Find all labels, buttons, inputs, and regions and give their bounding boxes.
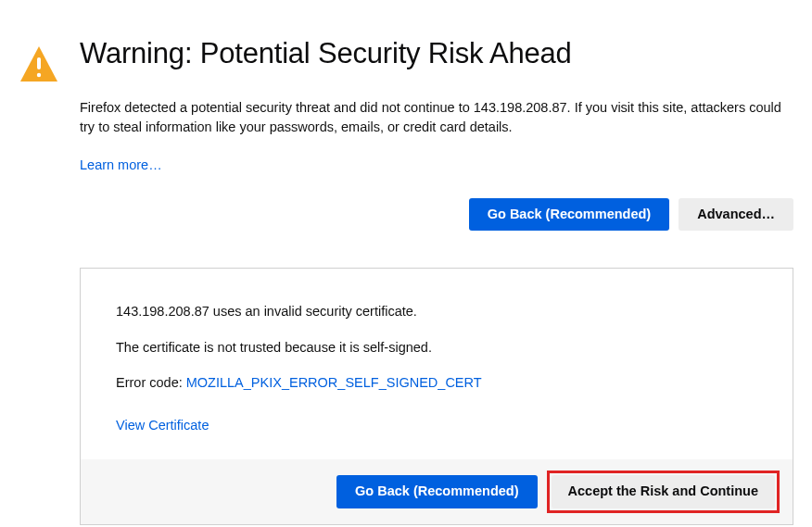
accept-risk-continue-button[interactable]: Accept the Risk and Continue	[552, 475, 775, 508]
details-body: 143.198.208.87 uses an invalid security …	[81, 269, 793, 459]
cert-invalid-text: 143.198.208.87 uses an invalid security …	[116, 302, 757, 320]
error-code-prefix: Error code:	[116, 375, 186, 390]
content-column: Warning: Potential Security Risk Ahead F…	[80, 37, 793, 525]
go-back-button[interactable]: Go Back (Recommended)	[469, 198, 669, 231]
page-title: Warning: Potential Security Risk Ahead	[80, 37, 793, 70]
security-warning-page: Warning: Potential Security Risk Ahead F…	[0, 0, 812, 527]
accept-highlight: Accept the Risk and Continue	[547, 471, 780, 512]
advanced-details-panel: 143.198.208.87 uses an invalid security …	[80, 268, 793, 524]
cert-self-signed-text: The certificate is not trusted because i…	[116, 338, 757, 357]
view-certificate-link[interactable]: View Certificate	[116, 418, 209, 433]
warning-icon	[19, 44, 59, 89]
details-footer: Go Back (Recommended) Accept the Risk an…	[81, 459, 793, 523]
go-back-button-footer[interactable]: Go Back (Recommended)	[336, 475, 537, 508]
warning-description: Firefox detected a potential security th…	[80, 98, 793, 137]
advanced-button[interactable]: Advanced…	[679, 198, 793, 231]
error-code-link[interactable]: MOZILLA_PKIX_ERROR_SELF_SIGNED_CERT	[186, 375, 482, 390]
svg-point-1	[37, 73, 41, 77]
learn-more-link[interactable]: Learn more…	[80, 157, 793, 172]
error-code-line: Error code: MOZILLA_PKIX_ERROR_SELF_SIGN…	[116, 373, 757, 392]
header-row: Warning: Potential Security Risk Ahead F…	[19, 37, 793, 525]
top-button-row: Go Back (Recommended) Advanced…	[80, 198, 793, 231]
svg-rect-0	[37, 57, 41, 69]
